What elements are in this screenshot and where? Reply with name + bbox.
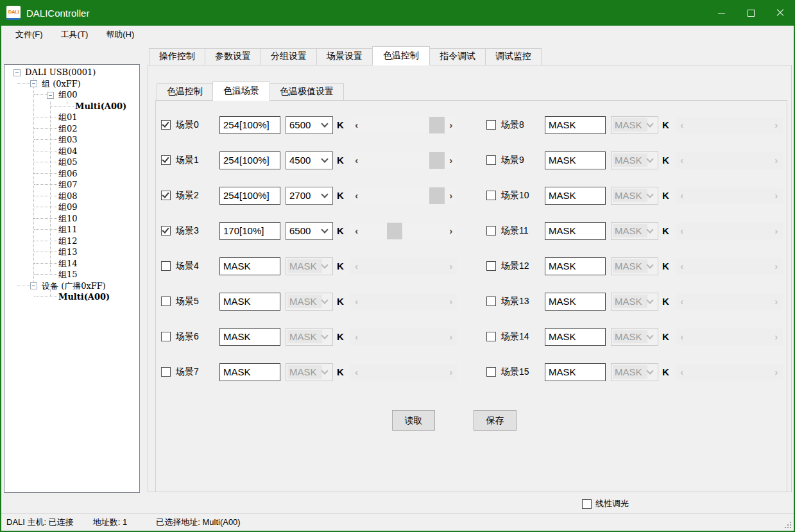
tree-collapse-icon[interactable] <box>47 92 54 99</box>
kelvin-scrollbar[interactable]: ‹ › <box>676 187 783 204</box>
scene-checkbox[interactable] <box>486 155 496 165</box>
kelvin-scrollbar[interactable]: ‹ › <box>676 293 783 310</box>
scroll-right-icon[interactable]: › <box>770 296 783 307</box>
scene-level-input[interactable] <box>219 222 280 240</box>
tree-item[interactable]: 组10 <box>4 213 139 225</box>
tree-item[interactable]: 组11 <box>4 224 139 236</box>
scene-checkbox[interactable] <box>161 120 171 130</box>
scene-checkbox[interactable] <box>161 296 171 306</box>
kelvin-scrollbar[interactable]: ‹ › <box>676 258 783 275</box>
scroll-right-icon[interactable]: › <box>770 366 783 377</box>
tree-item[interactable]: Multi(A00) <box>4 101 139 112</box>
kelvin-scrollbar[interactable]: ‹ › <box>350 364 457 381</box>
scroll-left-icon[interactable]: ‹ <box>350 261 363 271</box>
scroll-left-icon[interactable]: ‹ <box>350 190 363 201</box>
tree-item[interactable]: 组03 <box>4 134 139 146</box>
tab-parameter-settings[interactable]: 参数设置 <box>205 48 261 65</box>
menu-file[interactable]: 文件(F) <box>6 26 52 43</box>
scene-level-input[interactable] <box>219 363 280 381</box>
scroll-left-icon[interactable]: ‹ <box>676 155 688 166</box>
device-tree[interactable]: DALI USB(0001)组 (0xFF)组00Multi(A00)组01组0… <box>4 64 140 493</box>
tree-item[interactable]: DALI USB(0001) <box>4 67 139 78</box>
tab-color-temp-control[interactable]: 色温控制 <box>372 46 430 65</box>
tree-collapse-icon[interactable] <box>30 80 37 87</box>
subtab-color-temp-control[interactable]: 色温控制 <box>157 83 213 100</box>
subtab-color-temp-limits[interactable]: 色温极值设置 <box>269 83 344 100</box>
scrollbar-thumb[interactable] <box>429 117 445 133</box>
scene-checkbox[interactable] <box>486 332 496 341</box>
scene-checkbox[interactable] <box>486 367 496 377</box>
scroll-right-icon[interactable]: › <box>445 225 457 236</box>
scene-level-input[interactable] <box>545 222 606 240</box>
scroll-right-icon[interactable]: › <box>445 366 457 377</box>
scene-checkbox[interactable] <box>161 332 171 341</box>
scrollbar-thumb[interactable] <box>429 152 445 169</box>
linear-dimming-checkbox[interactable] <box>582 499 592 509</box>
scroll-right-icon[interactable]: › <box>770 190 783 201</box>
tree-item[interactable]: 组 (0xFF) <box>4 78 139 90</box>
read-button[interactable]: 读取 <box>392 410 435 431</box>
tab-grouping-settings[interactable]: 分组设置 <box>261 48 317 65</box>
subtab-color-temp-scene[interactable]: 色温场景 <box>212 82 270 101</box>
scene-level-input[interactable] <box>545 116 606 134</box>
scene-checkbox[interactable] <box>486 120 496 130</box>
scrollbar-thumb[interactable] <box>429 187 445 204</box>
scene-level-input[interactable] <box>219 257 280 275</box>
scene-checkbox[interactable] <box>161 226 171 236</box>
scene-checkbox[interactable] <box>486 226 496 236</box>
scroll-right-icon[interactable]: › <box>445 331 457 342</box>
tree-item[interactable]: 组05 <box>4 157 139 168</box>
kelvin-dropdown[interactable]: MASK <box>611 363 658 381</box>
scene-level-input[interactable] <box>545 293 606 311</box>
tab-command-debug[interactable]: 指令调试 <box>429 48 486 65</box>
tree-item[interactable]: 组13 <box>4 246 139 258</box>
kelvin-dropdown[interactable]: 4500 <box>286 151 333 169</box>
tree-item[interactable]: 组14 <box>4 258 139 270</box>
scroll-right-icon[interactable]: › <box>770 119 783 130</box>
kelvin-scrollbar[interactable]: ‹ › <box>676 117 783 133</box>
kelvin-scrollbar[interactable]: ‹ › <box>350 152 457 169</box>
kelvin-scrollbar[interactable]: ‹ › <box>350 187 457 204</box>
kelvin-scrollbar[interactable]: ‹ › <box>350 293 457 310</box>
kelvin-dropdown[interactable]: MASK <box>611 257 658 275</box>
scroll-left-icon[interactable]: ‹ <box>676 225 688 236</box>
scroll-right-icon[interactable]: › <box>770 155 783 166</box>
scroll-left-icon[interactable]: ‹ <box>676 119 688 130</box>
resize-grip-icon[interactable] <box>784 521 792 529</box>
kelvin-dropdown[interactable]: MASK <box>611 116 658 134</box>
kelvin-dropdown[interactable]: MASK <box>611 151 658 169</box>
scroll-left-icon[interactable]: ‹ <box>350 331 363 342</box>
tab-operation-control[interactable]: 操作控制 <box>149 48 205 65</box>
kelvin-scrollbar[interactable]: ‹ › <box>676 364 783 381</box>
tree-item[interactable]: 组08 <box>4 191 139 202</box>
kelvin-scrollbar[interactable]: ‹ › <box>350 258 457 275</box>
kelvin-dropdown[interactable]: MASK <box>286 328 333 346</box>
scroll-right-icon[interactable]: › <box>770 225 783 236</box>
kelvin-dropdown[interactable]: MASK <box>611 222 658 240</box>
save-button[interactable]: 保存 <box>474 410 517 431</box>
kelvin-dropdown[interactable]: MASK <box>611 187 658 205</box>
tree-item[interactable]: 组07 <box>4 179 139 191</box>
scroll-right-icon[interactable]: › <box>445 119 457 130</box>
minimize-button[interactable] <box>706 0 736 26</box>
scroll-left-icon[interactable]: ‹ <box>350 119 363 130</box>
tree-item[interactable]: 组00 <box>4 89 139 101</box>
scene-level-input[interactable] <box>545 151 606 169</box>
kelvin-scrollbar[interactable]: ‹ › <box>350 223 457 239</box>
scene-level-input[interactable] <box>219 328 280 346</box>
scroll-left-icon[interactable]: ‹ <box>350 225 363 236</box>
scene-level-input[interactable] <box>219 293 280 311</box>
scene-level-input[interactable] <box>545 187 606 205</box>
maximize-button[interactable] <box>736 0 765 26</box>
scroll-left-icon[interactable]: ‹ <box>676 331 688 342</box>
scene-level-input[interactable] <box>219 151 280 169</box>
scroll-right-icon[interactable]: › <box>770 331 783 342</box>
tree-item[interactable]: 组04 <box>4 146 139 157</box>
scroll-left-icon[interactable]: ‹ <box>676 366 688 377</box>
scroll-left-icon[interactable]: ‹ <box>676 261 688 271</box>
scene-level-input[interactable] <box>219 187 280 205</box>
tree-item[interactable]: 组01 <box>4 112 139 123</box>
tree-collapse-icon[interactable] <box>30 282 37 289</box>
scroll-right-icon[interactable]: › <box>770 261 783 271</box>
tree-item[interactable]: 设备 (广播0xFF) <box>4 280 139 292</box>
